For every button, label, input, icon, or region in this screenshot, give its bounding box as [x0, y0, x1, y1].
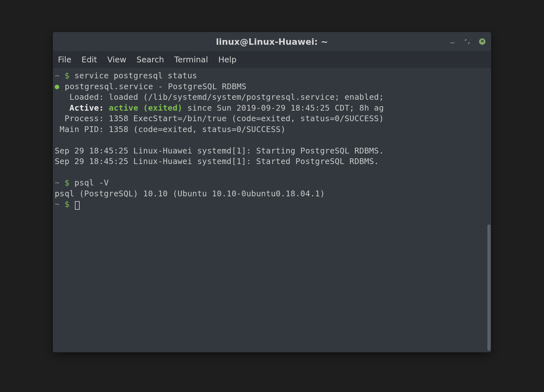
prompt-tilde: ~ [55, 71, 60, 80]
log-line-1: Sep 29 18:45:25 Linux-Huawei systemd[1]:… [55, 146, 384, 155]
prompt-dollar: $ [65, 178, 69, 187]
terminal-window: linux@Linux-Huawei: ~ File Edit View Sea… [53, 32, 491, 352]
menu-search[interactable]: Search [137, 55, 164, 64]
titlebar[interactable]: linux@Linux-Huawei: ~ [53, 32, 491, 51]
terminal-content[interactable]: ~ $ service postgresql status postgresql… [53, 68, 491, 352]
mainpid-line: Main PID: 1358 (code=exited, status=0/SU… [55, 125, 286, 134]
psql-version-output: psql (PostgreSQL) 10.10 (Ubuntu 10.10-0u… [55, 189, 325, 198]
window-controls [450, 32, 485, 51]
minimize-button[interactable] [450, 39, 455, 44]
maximize-button[interactable] [464, 39, 470, 44]
active-label: Active: [55, 103, 104, 113]
service-unit-line: postgresql.service - PostgreSQL RDBMS [65, 82, 246, 91]
menu-view[interactable]: View [107, 55, 126, 64]
active-value: active (exited) [109, 103, 182, 113]
menubar: File Edit View Search Terminal Help [53, 51, 491, 68]
loaded-value: loaded (/lib/systemd/system/postgresql.s… [104, 92, 384, 102]
close-button[interactable] [479, 38, 485, 45]
cursor-icon [75, 201, 80, 210]
loaded-label: Loaded: [55, 92, 104, 102]
command-service-status: service postgresql status [74, 71, 197, 80]
menu-edit[interactable]: Edit [82, 55, 97, 64]
window-title: linux@Linux-Huawei: ~ [216, 37, 328, 47]
prompt-tilde: ~ [55, 178, 60, 187]
process-line: Process: 1358 ExecStart=/bin/true (code=… [55, 114, 384, 123]
command-psql-version: psql -V [74, 178, 108, 187]
prompt-tilde: ~ [55, 200, 60, 209]
status-dot-icon [55, 85, 59, 89]
scrollbar[interactable] [487, 224, 491, 351]
menu-terminal[interactable]: Terminal [174, 55, 208, 64]
menu-file[interactable]: File [58, 55, 71, 64]
active-since: since Sun 2019-09-29 18:45:25 CDT; 8h ag [182, 103, 384, 113]
prompt-dollar: $ [65, 71, 69, 80]
log-line-2: Sep 29 18:45:25 Linux-Huawei systemd[1]:… [55, 157, 379, 166]
menu-help[interactable]: Help [218, 55, 236, 64]
prompt-dollar: $ [65, 200, 69, 209]
